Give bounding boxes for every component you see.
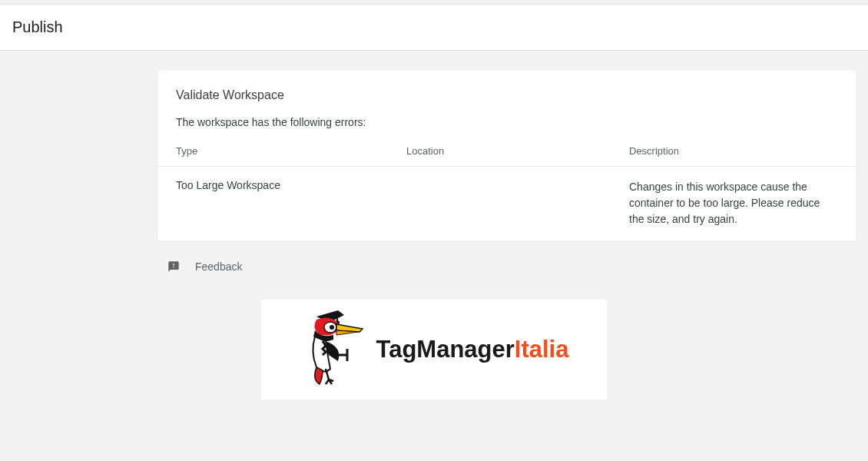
validate-workspace-card: Validate Workspace The workspace has the… (157, 69, 857, 242)
logo-text: TagManagerItalia (376, 336, 569, 363)
card-subtitle: The workspace has the following errors: (157, 102, 856, 141)
woodpecker-icon (300, 307, 369, 392)
brand-logo: TagManagerItalia (261, 300, 607, 400)
table-header: Type Location Description (157, 141, 856, 167)
row-type: Too Large Workspace (176, 179, 406, 227)
svg-rect-1 (336, 313, 338, 321)
feedback-icon (167, 260, 180, 273)
header: Publish (0, 5, 868, 51)
table-row: Too Large Workspace Changes in this work… (157, 167, 856, 241)
svg-point-4 (330, 325, 334, 330)
column-header-description: Description (629, 145, 838, 157)
column-header-type: Type (176, 145, 406, 157)
row-description: Changes in this workspace cause the cont… (629, 179, 829, 227)
row-location (406, 179, 629, 227)
column-header-location: Location (406, 145, 629, 157)
feedback-link[interactable]: Feedback (157, 242, 868, 273)
logo-text-part2: Italia (515, 336, 569, 363)
page-title: Publish (12, 18, 856, 36)
card-title: Validate Workspace (157, 70, 856, 102)
logo-text-part1: TagManager (376, 336, 515, 363)
content-area: Validate Workspace The workspace has the… (0, 51, 868, 400)
feedback-label: Feedback (195, 260, 242, 273)
